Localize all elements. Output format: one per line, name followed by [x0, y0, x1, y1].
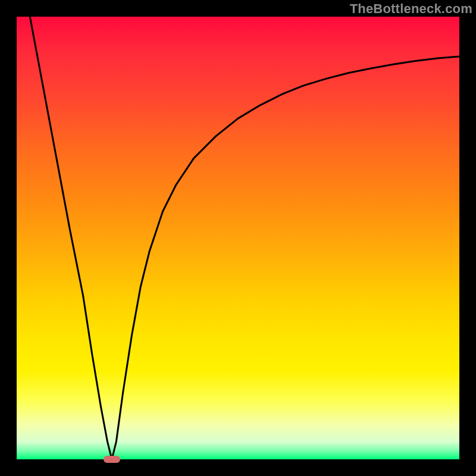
curve-svg — [17, 17, 459, 459]
chart-frame: TheBottleneck.com — [0, 0, 476, 476]
plot-area — [17, 17, 459, 459]
minimum-marker — [104, 456, 120, 463]
watermark-text: TheBottleneck.com — [350, 1, 472, 17]
curve-line — [30, 17, 459, 459]
